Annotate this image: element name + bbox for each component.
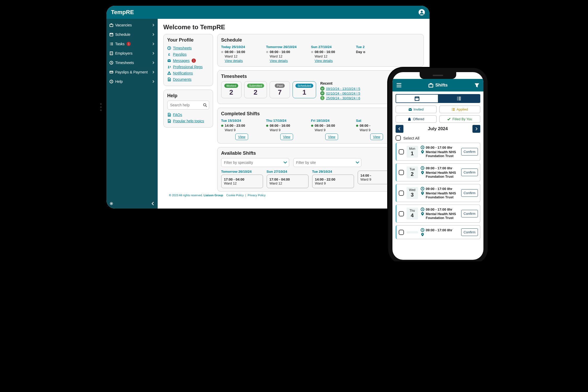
select-all-checkbox[interactable]: [396, 135, 401, 141]
help-link[interactable]: Popular help topics: [173, 119, 204, 123]
day-cell: [407, 231, 418, 233]
available-shift[interactable]: 17:00 - 04:00Ward 12: [267, 175, 309, 188]
person-card-icon: [167, 65, 171, 69]
status-badge: W: [320, 87, 324, 91]
filter-button[interactable]: [474, 83, 479, 88]
settings-button[interactable]: [110, 202, 113, 205]
next-month-button[interactable]: [472, 125, 480, 133]
recent-timesheet-link[interactable]: 02/10/24 - 06/10/24 | 5: [326, 91, 360, 95]
schedule-card: Schedule Today 25/10/24 08:00 - 16:00 Wa…: [217, 34, 424, 67]
profile-link-professional-regs[interactable]: Professional Regs: [173, 65, 203, 69]
recent-timesheet-link[interactable]: 09/10/24 - 13/10/24 | 5: [326, 87, 360, 91]
confirm-button[interactable]: Confirm: [461, 210, 478, 217]
sidebar-item-employers[interactable]: Employers: [106, 49, 158, 58]
completed-slot: Fri 18/10/24 08:00 - 16:00 Ward 9 View: [311, 119, 352, 140]
shift-checkbox[interactable]: [399, 170, 404, 175]
chevron-right-icon: [152, 80, 155, 83]
status-dot: [266, 51, 268, 53]
chevron-right-icon: [152, 43, 155, 45]
available-shift[interactable]: 14:00 - 22:00Ward 9: [312, 175, 354, 188]
footer-copy: 2023 All rights reserved.: [172, 194, 203, 197]
hamburger-button[interactable]: [396, 83, 402, 88]
collapse-sidebar-button[interactable]: [151, 202, 155, 205]
shift-checkbox[interactable]: [399, 230, 404, 235]
view-details-link[interactable]: View details: [270, 59, 288, 63]
available-shift[interactable]: 17:00 - 04:00Ward 12: [221, 175, 263, 188]
chevron-right-icon: [152, 24, 155, 26]
status-dot: [221, 51, 223, 53]
profile-link-notifications[interactable]: Notifications: [173, 71, 193, 75]
sidebar-item-timesheets[interactable]: Timesheets: [106, 58, 158, 67]
month-label: July 2024: [428, 126, 448, 131]
confirm-button[interactable]: Confirm: [461, 189, 478, 197]
profile-link-payslips[interactable]: Payslips: [173, 52, 187, 56]
brand-logo: TempRE: [111, 9, 134, 16]
clock-icon: [167, 46, 171, 50]
state-applied[interactable]: Applied: [439, 106, 480, 113]
select-all-row[interactable]: Select All: [396, 135, 480, 141]
sidebar: VacanciesScheduleTasks1EmployersTimeshee…: [106, 19, 158, 209]
view-toggle[interactable]: [396, 94, 480, 103]
list-view-tab[interactable]: [438, 95, 480, 102]
help-card: Help FAQsPopular help topics: [163, 90, 213, 128]
timesheet-count[interactable]: Scheduled1: [293, 81, 316, 98]
status-dot: [311, 51, 313, 53]
shift-checkbox[interactable]: [399, 211, 404, 216]
calendar-view-tab[interactable]: [396, 95, 438, 102]
profile-avatar-button[interactable]: [419, 9, 425, 15]
confirm-button[interactable]: Confirm: [461, 169, 478, 176]
state-offered[interactable]: Offered: [396, 115, 437, 123]
chevron-right-icon: [152, 61, 155, 64]
profile-card: Your Profile TimesheetsPayslipsMessages1…: [163, 34, 213, 86]
recent-timesheet-link[interactable]: 25/09/24 - 30/09/24 | 6: [326, 96, 360, 100]
schedule-slot: Tue 2 Day o: [356, 45, 397, 63]
sidebar-item-help[interactable]: Help: [106, 77, 158, 86]
svg-point-15: [421, 11, 423, 13]
help-link[interactable]: FAQs: [173, 113, 182, 117]
day-cell: Thu4: [407, 208, 418, 220]
shift-card: Thu4 09:00 - 17:00 8hr Mental Health NHS…: [396, 205, 480, 223]
state-invited[interactable]: Invited: [396, 106, 437, 113]
footer-privacy-link[interactable]: Privacy Policy: [248, 194, 265, 197]
state-filled[interactable]: Filled By You: [439, 115, 480, 123]
sidebar-item-payslips-payment[interactable]: Payslips & Payment: [106, 67, 158, 77]
status-badge: W: [320, 91, 324, 95]
status-dot: [356, 125, 358, 127]
sidebar-item-schedule[interactable]: Schedule: [106, 30, 158, 39]
clock-icon: [421, 146, 424, 149]
footer-liaison-link[interactable]: Liaison Group: [204, 194, 223, 197]
sidebar-item-tasks[interactable]: Tasks1: [106, 39, 158, 49]
view-button[interactable]: View: [370, 134, 383, 140]
profile-title: Your Profile: [167, 37, 209, 43]
profile-link-documents[interactable]: Documents: [173, 77, 192, 82]
prev-month-button[interactable]: [396, 125, 403, 133]
timesheet-count[interactable]: Paid7: [270, 81, 290, 98]
sidebar-item-vacancies[interactable]: Vacancies: [106, 20, 158, 30]
doc-icon: [167, 78, 171, 81]
footer-cookie-link[interactable]: Cookie Policy: [226, 194, 244, 197]
chevron-down-icon: [283, 161, 287, 164]
page-title: Welcome to TempRE: [163, 24, 424, 31]
filter-site[interactable]: [293, 158, 361, 167]
view-details-link[interactable]: View details: [225, 59, 243, 63]
profile-link-timesheets[interactable]: Timesheets: [173, 46, 192, 50]
view-details-link[interactable]: View details: [315, 59, 333, 63]
clock-icon: [421, 166, 424, 170]
timesheet-count[interactable]: Submitted2: [244, 81, 267, 98]
shift-checkbox[interactable]: [399, 191, 404, 196]
shift-card: 09:00 - 17:00 8hr Confirm: [396, 225, 480, 239]
pin-icon: [421, 233, 424, 236]
mobile-title: Shifts: [429, 83, 448, 88]
view-button[interactable]: View: [280, 134, 293, 140]
filter-speciality[interactable]: [221, 158, 289, 167]
view-button[interactable]: View: [235, 134, 248, 140]
view-button[interactable]: View: [325, 134, 338, 140]
confirm-button[interactable]: Confirm: [461, 228, 478, 236]
profile-link-messages[interactable]: Messages: [173, 59, 190, 63]
confirm-button[interactable]: Confirm: [461, 148, 478, 155]
shift-checkbox[interactable]: [399, 149, 404, 154]
pound-icon: [167, 53, 171, 56]
tablet-camera-dots: [100, 103, 102, 111]
timesheet-count[interactable]: Worked2: [221, 81, 242, 98]
pin-icon: [421, 171, 424, 174]
